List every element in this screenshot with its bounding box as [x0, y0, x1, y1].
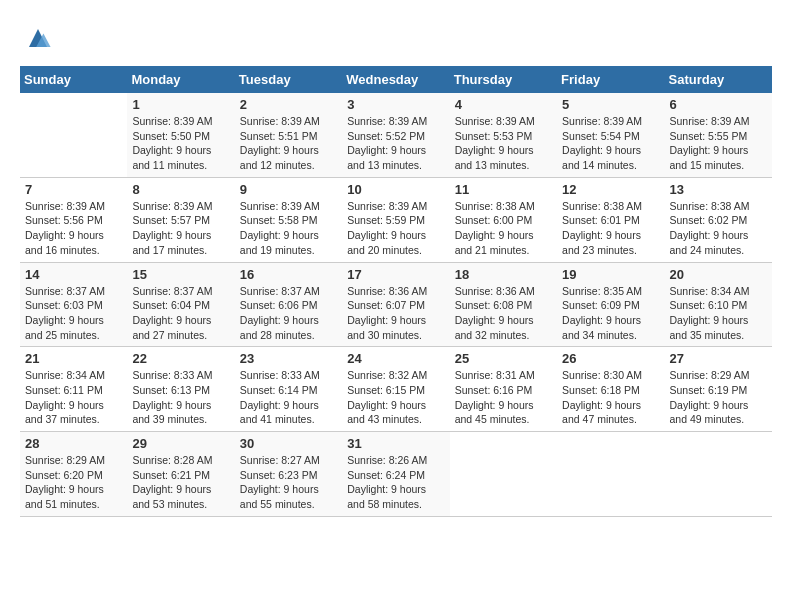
day-number: 31: [347, 436, 444, 451]
day-number: 13: [670, 182, 767, 197]
cell-info: Sunrise: 8:38 AMSunset: 6:02 PMDaylight:…: [670, 199, 767, 258]
calendar-cell: 30Sunrise: 8:27 AMSunset: 6:23 PMDayligh…: [235, 432, 342, 517]
day-number: 24: [347, 351, 444, 366]
calendar-cell: 16Sunrise: 8:37 AMSunset: 6:06 PMDayligh…: [235, 262, 342, 347]
day-number: 16: [240, 267, 337, 282]
calendar-cell: 6Sunrise: 8:39 AMSunset: 5:55 PMDaylight…: [665, 93, 772, 177]
day-number: 23: [240, 351, 337, 366]
calendar-cell: 1Sunrise: 8:39 AMSunset: 5:50 PMDaylight…: [127, 93, 234, 177]
cell-info: Sunrise: 8:32 AMSunset: 6:15 PMDaylight:…: [347, 368, 444, 427]
weekday-header-thursday: Thursday: [450, 66, 557, 93]
calendar-cell: 3Sunrise: 8:39 AMSunset: 5:52 PMDaylight…: [342, 93, 449, 177]
day-number: 7: [25, 182, 122, 197]
cell-info: Sunrise: 8:26 AMSunset: 6:24 PMDaylight:…: [347, 453, 444, 512]
cell-info: Sunrise: 8:39 AMSunset: 5:51 PMDaylight:…: [240, 114, 337, 173]
weekday-header-sunday: Sunday: [20, 66, 127, 93]
cell-info: Sunrise: 8:39 AMSunset: 5:52 PMDaylight:…: [347, 114, 444, 173]
week-row-2: 7Sunrise: 8:39 AMSunset: 5:56 PMDaylight…: [20, 177, 772, 262]
calendar-cell: 8Sunrise: 8:39 AMSunset: 5:57 PMDaylight…: [127, 177, 234, 262]
cell-info: Sunrise: 8:39 AMSunset: 5:50 PMDaylight:…: [132, 114, 229, 173]
cell-info: Sunrise: 8:39 AMSunset: 5:54 PMDaylight:…: [562, 114, 659, 173]
day-number: 26: [562, 351, 659, 366]
calendar-cell: 7Sunrise: 8:39 AMSunset: 5:56 PMDaylight…: [20, 177, 127, 262]
day-number: 17: [347, 267, 444, 282]
calendar-cell: 24Sunrise: 8:32 AMSunset: 6:15 PMDayligh…: [342, 347, 449, 432]
day-number: 22: [132, 351, 229, 366]
day-number: 21: [25, 351, 122, 366]
cell-info: Sunrise: 8:39 AMSunset: 5:58 PMDaylight:…: [240, 199, 337, 258]
day-number: 6: [670, 97, 767, 112]
calendar-cell: 4Sunrise: 8:39 AMSunset: 5:53 PMDaylight…: [450, 93, 557, 177]
calendar-cell: 13Sunrise: 8:38 AMSunset: 6:02 PMDayligh…: [665, 177, 772, 262]
calendar-cell: 11Sunrise: 8:38 AMSunset: 6:00 PMDayligh…: [450, 177, 557, 262]
calendar-cell: 20Sunrise: 8:34 AMSunset: 6:10 PMDayligh…: [665, 262, 772, 347]
calendar-cell: 19Sunrise: 8:35 AMSunset: 6:09 PMDayligh…: [557, 262, 664, 347]
calendar-cell: 10Sunrise: 8:39 AMSunset: 5:59 PMDayligh…: [342, 177, 449, 262]
cell-info: Sunrise: 8:27 AMSunset: 6:23 PMDaylight:…: [240, 453, 337, 512]
day-number: 2: [240, 97, 337, 112]
week-row-1: 1Sunrise: 8:39 AMSunset: 5:50 PMDaylight…: [20, 93, 772, 177]
calendar-cell: 9Sunrise: 8:39 AMSunset: 5:58 PMDaylight…: [235, 177, 342, 262]
cell-info: Sunrise: 8:37 AMSunset: 6:04 PMDaylight:…: [132, 284, 229, 343]
day-number: 27: [670, 351, 767, 366]
calendar-cell: 18Sunrise: 8:36 AMSunset: 6:08 PMDayligh…: [450, 262, 557, 347]
logo: [20, 20, 62, 56]
day-number: 3: [347, 97, 444, 112]
calendar-cell: 26Sunrise: 8:30 AMSunset: 6:18 PMDayligh…: [557, 347, 664, 432]
cell-info: Sunrise: 8:39 AMSunset: 5:57 PMDaylight:…: [132, 199, 229, 258]
calendar-cell: 22Sunrise: 8:33 AMSunset: 6:13 PMDayligh…: [127, 347, 234, 432]
calendar-cell: 17Sunrise: 8:36 AMSunset: 6:07 PMDayligh…: [342, 262, 449, 347]
calendar-cell: 15Sunrise: 8:37 AMSunset: 6:04 PMDayligh…: [127, 262, 234, 347]
cell-info: Sunrise: 8:35 AMSunset: 6:09 PMDaylight:…: [562, 284, 659, 343]
day-number: 12: [562, 182, 659, 197]
calendar-cell: 2Sunrise: 8:39 AMSunset: 5:51 PMDaylight…: [235, 93, 342, 177]
cell-info: Sunrise: 8:34 AMSunset: 6:10 PMDaylight:…: [670, 284, 767, 343]
day-number: 20: [670, 267, 767, 282]
weekday-header-row: SundayMondayTuesdayWednesdayThursdayFrid…: [20, 66, 772, 93]
cell-info: Sunrise: 8:39 AMSunset: 5:56 PMDaylight:…: [25, 199, 122, 258]
calendar-cell: 29Sunrise: 8:28 AMSunset: 6:21 PMDayligh…: [127, 432, 234, 517]
calendar-cell: [20, 93, 127, 177]
cell-info: Sunrise: 8:29 AMSunset: 6:19 PMDaylight:…: [670, 368, 767, 427]
calendar-cell: 14Sunrise: 8:37 AMSunset: 6:03 PMDayligh…: [20, 262, 127, 347]
cell-info: Sunrise: 8:37 AMSunset: 6:03 PMDaylight:…: [25, 284, 122, 343]
calendar-cell: 21Sunrise: 8:34 AMSunset: 6:11 PMDayligh…: [20, 347, 127, 432]
cell-info: Sunrise: 8:30 AMSunset: 6:18 PMDaylight:…: [562, 368, 659, 427]
day-number: 4: [455, 97, 552, 112]
day-number: 29: [132, 436, 229, 451]
cell-info: Sunrise: 8:36 AMSunset: 6:08 PMDaylight:…: [455, 284, 552, 343]
cell-info: Sunrise: 8:38 AMSunset: 6:00 PMDaylight:…: [455, 199, 552, 258]
day-number: 10: [347, 182, 444, 197]
day-number: 5: [562, 97, 659, 112]
page-header: [20, 20, 772, 56]
day-number: 28: [25, 436, 122, 451]
cell-info: Sunrise: 8:36 AMSunset: 6:07 PMDaylight:…: [347, 284, 444, 343]
logo-icon: [20, 20, 56, 56]
cell-info: Sunrise: 8:31 AMSunset: 6:16 PMDaylight:…: [455, 368, 552, 427]
calendar-table: SundayMondayTuesdayWednesdayThursdayFrid…: [20, 66, 772, 517]
weekday-header-friday: Friday: [557, 66, 664, 93]
weekday-header-monday: Monday: [127, 66, 234, 93]
week-row-5: 28Sunrise: 8:29 AMSunset: 6:20 PMDayligh…: [20, 432, 772, 517]
weekday-header-saturday: Saturday: [665, 66, 772, 93]
day-number: 19: [562, 267, 659, 282]
calendar-cell: 27Sunrise: 8:29 AMSunset: 6:19 PMDayligh…: [665, 347, 772, 432]
calendar-cell: 31Sunrise: 8:26 AMSunset: 6:24 PMDayligh…: [342, 432, 449, 517]
cell-info: Sunrise: 8:28 AMSunset: 6:21 PMDaylight:…: [132, 453, 229, 512]
calendar-cell: 25Sunrise: 8:31 AMSunset: 6:16 PMDayligh…: [450, 347, 557, 432]
day-number: 15: [132, 267, 229, 282]
calendar-cell: 28Sunrise: 8:29 AMSunset: 6:20 PMDayligh…: [20, 432, 127, 517]
day-number: 14: [25, 267, 122, 282]
calendar-cell: 12Sunrise: 8:38 AMSunset: 6:01 PMDayligh…: [557, 177, 664, 262]
calendar-cell: [557, 432, 664, 517]
week-row-3: 14Sunrise: 8:37 AMSunset: 6:03 PMDayligh…: [20, 262, 772, 347]
cell-info: Sunrise: 8:38 AMSunset: 6:01 PMDaylight:…: [562, 199, 659, 258]
cell-info: Sunrise: 8:33 AMSunset: 6:14 PMDaylight:…: [240, 368, 337, 427]
day-number: 25: [455, 351, 552, 366]
calendar-cell: [665, 432, 772, 517]
day-number: 9: [240, 182, 337, 197]
cell-info: Sunrise: 8:34 AMSunset: 6:11 PMDaylight:…: [25, 368, 122, 427]
calendar-cell: [450, 432, 557, 517]
cell-info: Sunrise: 8:39 AMSunset: 5:59 PMDaylight:…: [347, 199, 444, 258]
cell-info: Sunrise: 8:39 AMSunset: 5:53 PMDaylight:…: [455, 114, 552, 173]
